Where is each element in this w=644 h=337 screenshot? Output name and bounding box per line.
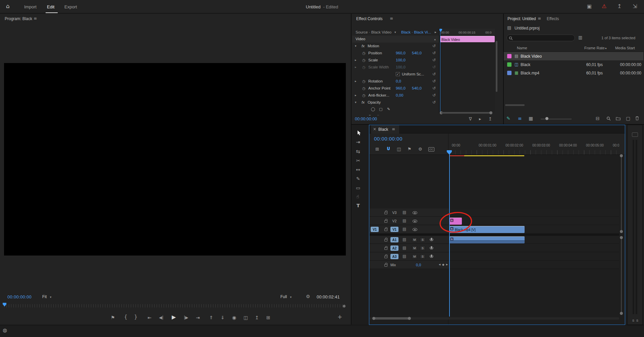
- clip-a1-black-mp4[interactable]: fx: [449, 236, 525, 243]
- linked-selection-icon[interactable]: ◫: [397, 147, 401, 151]
- antiflicker-twirl-icon[interactable]: ▸: [355, 94, 357, 97]
- solo-button[interactable]: S: [420, 237, 425, 242]
- ec-hscroll-right-handle[interactable]: [489, 111, 492, 114]
- scale-twirl-icon[interactable]: ▸: [355, 58, 357, 62]
- ec-source-chevron-icon[interactable]: ▾: [394, 31, 396, 34]
- solo-button[interactable]: S: [420, 246, 425, 250]
- lift-icon[interactable]: ⇑: [209, 315, 213, 320]
- item-color-chip[interactable]: [507, 71, 512, 75]
- ec-row-rotation[interactable]: ▸ ◷ Rotation 0,0 ↺: [352, 78, 439, 85]
- ec-timeline-toggle-icon[interactable]: ▸: [435, 31, 436, 34]
- status-globe-icon[interactable]: ◍: [3, 328, 7, 333]
- voiceover-mic-icon[interactable]: [431, 246, 432, 249]
- ripple-edit-tool-icon[interactable]: ⇆: [356, 149, 360, 154]
- new-item-icon[interactable]: ▢: [626, 116, 630, 121]
- mask-ellipse-icon[interactable]: ◯: [371, 107, 375, 111]
- ec-row-scale-width[interactable]: ▸ ◷ Scale Width 100,0 ↺: [352, 64, 439, 71]
- lock-icon[interactable]: [384, 212, 387, 214]
- ec-filter-icon[interactable]: ∇: [469, 117, 472, 121]
- captions-icon[interactable]: CC: [428, 147, 434, 152]
- motion-reset-icon[interactable]: ↺: [432, 44, 436, 48]
- track-output-eye-icon[interactable]: [413, 228, 417, 231]
- opacity-reset-icon[interactable]: ↺: [432, 100, 436, 105]
- meter-solo-left[interactable]: S: [632, 319, 634, 322]
- audio-zoom-handle-bottom[interactable]: [620, 312, 623, 315]
- anchor-stopwatch-icon[interactable]: ◷: [362, 86, 366, 91]
- track-name-v2[interactable]: V2: [390, 219, 398, 223]
- ec-section-video[interactable]: Video ▴: [352, 36, 439, 43]
- timeline-tab[interactable]: × Black ≡: [371, 125, 399, 133]
- track-name-v3[interactable]: V3: [390, 211, 398, 215]
- timeline-timecode[interactable]: 00:00:00:00: [374, 136, 402, 142]
- step-forward-icon[interactable]: |▶: [184, 316, 188, 320]
- timeline-horizontal-scrollbar-handle[interactable]: [373, 317, 411, 320]
- opacity-fx-icon[interactable]: fx: [362, 100, 365, 104]
- uniform-scale-checkbox[interactable]: ✓: [396, 72, 400, 76]
- project-writable-pencil-icon[interactable]: ✎: [506, 116, 511, 121]
- project-bin-name[interactable]: Untitled.prproj: [515, 26, 540, 31]
- ec-horizontal-scrollbar[interactable]: [441, 112, 491, 114]
- scale-value[interactable]: 100,0: [396, 58, 406, 62]
- program-panel-title[interactable]: Program: Black: [5, 16, 32, 21]
- sort-ascending-icon[interactable]: ▴: [605, 47, 607, 50]
- track-lane-mix[interactable]: [448, 261, 619, 269]
- audio-meters-panel[interactable]: S S: [627, 125, 643, 325]
- ec-row-motion[interactable]: ▾ fx Motion ↺: [352, 43, 439, 50]
- close-tab-icon[interactable]: ×: [373, 127, 376, 131]
- step-back-icon[interactable]: ◀|: [159, 316, 163, 320]
- sync-lock-icon[interactable]: ▤: [402, 237, 406, 241]
- hscroll-left-handle[interactable]: [372, 317, 375, 320]
- go-to-in-icon[interactable]: ⇤: [148, 315, 152, 320]
- mark-in-icon[interactable]: {: [124, 315, 127, 320]
- track-lane-a3[interactable]: [448, 252, 619, 261]
- mask-pen-icon[interactable]: ✎: [387, 107, 390, 111]
- track-header-mix[interactable]: Mix 0,0 ◀ ◆ ▶: [370, 261, 448, 269]
- antiflicker-stopwatch-icon[interactable]: ◷: [362, 93, 366, 98]
- automate-to-sequence-icon[interactable]: ⊟: [596, 116, 600, 121]
- sync-lock-icon[interactable]: ▤: [402, 246, 406, 250]
- solo-button[interactable]: S: [420, 254, 425, 259]
- timeline-tab-label[interactable]: Black: [378, 127, 388, 132]
- scrubber-handle[interactable]: [343, 305, 345, 307]
- opacity-prop-stopwatch-icon[interactable]: ◷: [362, 114, 366, 115]
- position-x-value[interactable]: 960,0: [396, 51, 406, 55]
- anchor-y-value[interactable]: 540,0: [412, 86, 422, 90]
- tab-edit[interactable]: Edit: [47, 4, 54, 9]
- program-settings-wrench-icon[interactable]: ⚙: [306, 294, 310, 299]
- track-select-tool-icon[interactable]: ⇥: [356, 140, 360, 145]
- timeline-settings-wrench-icon[interactable]: ⚙: [418, 147, 422, 151]
- column-header-name[interactable]: Name: [517, 46, 527, 50]
- item-color-chip[interactable]: [507, 54, 512, 58]
- project-horizontal-scrollbar[interactable]: [505, 104, 525, 106]
- track-target-v1[interactable]: V1: [390, 227, 398, 232]
- tab-import[interactable]: Import: [24, 4, 37, 9]
- audio-zoom-handle-top[interactable]: [620, 236, 623, 239]
- position-reset-icon[interactable]: ↺: [432, 51, 436, 55]
- ec-row-anchor-point[interactable]: ◷ Anchor Point 960,0 540,0 ↺: [352, 85, 439, 92]
- voiceover-mic-icon[interactable]: [431, 255, 432, 257]
- timeline-add-marker-icon[interactable]: ⚑: [408, 147, 412, 151]
- find-icon[interactable]: [606, 116, 611, 121]
- sync-lock-icon[interactable]: ▤: [402, 254, 406, 258]
- hand-tool-icon[interactable]: ☝: [356, 194, 359, 199]
- uniform-scale-reset-icon[interactable]: ↺: [432, 72, 436, 76]
- add-marker-icon[interactable]: ⚑: [111, 315, 115, 320]
- sync-lock-icon[interactable]: ▤: [402, 219, 406, 223]
- ec-video-collapse-icon[interactable]: ▴: [434, 38, 436, 41]
- position-y-value[interactable]: 540,0: [412, 51, 422, 55]
- scale-reset-icon[interactable]: ↺: [432, 58, 436, 62]
- export-media-icon[interactable]: ↥: [255, 315, 259, 320]
- delete-icon[interactable]: [635, 116, 639, 120]
- effect-controls-menu-icon[interactable]: ≡: [390, 16, 393, 20]
- ec-mini-ruler[interactable]: 00:00 00:00:00:15 00:0: [439, 29, 495, 36]
- meter-solo-right[interactable]: S: [636, 319, 638, 322]
- ec-row-opacity-header[interactable]: ▾ fx Opacity ↺: [352, 99, 439, 106]
- mute-button[interactable]: M: [412, 254, 417, 259]
- opacity-twirl-icon[interactable]: ▾: [355, 101, 357, 104]
- item-name[interactable]: Black Video: [521, 54, 542, 59]
- timeline-ruler[interactable]: 00:00 00:00:01:00 00:00:02:00 00:00:03:0…: [448, 133, 619, 155]
- video-zoom-handle-top[interactable]: [620, 154, 623, 157]
- slip-tool-icon[interactable]: ↔: [356, 167, 360, 172]
- ec-row-antiflicker[interactable]: ▸ ◷ Anti-flicker... 0,00 ↺: [352, 92, 439, 99]
- anchor-reset-icon[interactable]: ↺: [432, 86, 436, 91]
